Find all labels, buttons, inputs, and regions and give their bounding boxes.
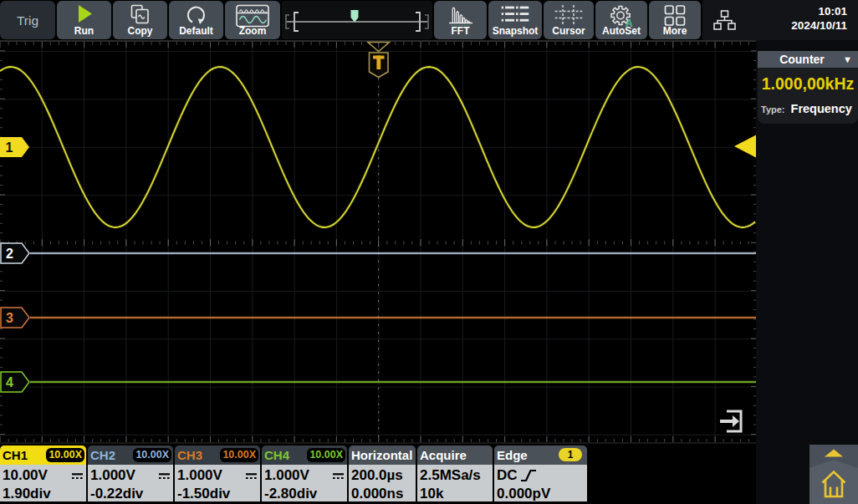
- svg-text:4: 4: [6, 375, 13, 389]
- svg-text:2: 2: [6, 247, 13, 261]
- svg-text:3: 3: [6, 311, 13, 325]
- svg-text:1: 1: [6, 140, 13, 155]
